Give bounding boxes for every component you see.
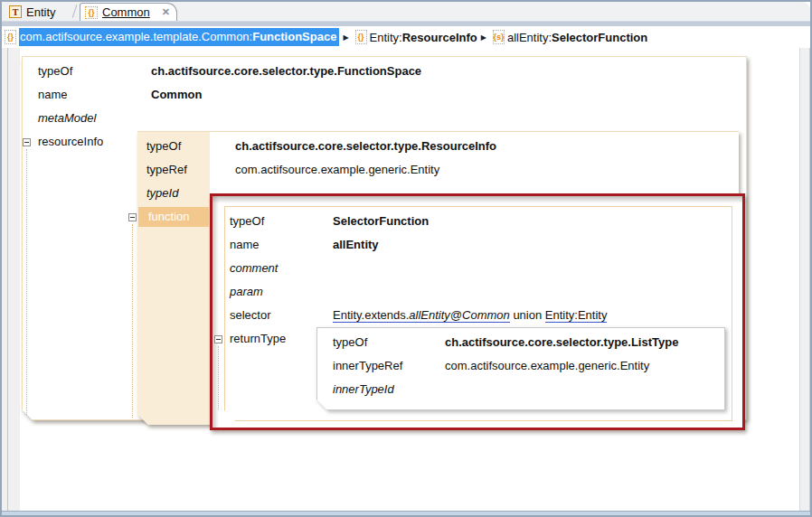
breadcrumb-item-functionspace[interactable]: com.actifsource.example.template.Common:…	[19, 28, 339, 46]
property-label-typeid[interactable]: typeId	[146, 182, 178, 205]
selector-icon: {s}	[493, 30, 505, 44]
property-value-selector[interactable]: Entity.extends.allEntity@Common union En…	[333, 304, 607, 327]
collapse-toggle-resourceinfo[interactable]	[23, 138, 31, 146]
breadcrumb-item-selectorfunction[interactable]: allEntity:SelectorFunction	[507, 31, 647, 44]
breadcrumb-text-bold: SelectorFunction	[552, 31, 647, 44]
braces-icon: {}	[355, 30, 367, 44]
property-label-innertyperef[interactable]: innerTypeRef	[333, 354, 402, 378]
tree-guide-line	[218, 346, 219, 409]
braces-icon: {}	[5, 30, 16, 44]
breadcrumb: {} com.actifsource.example.template.Comm…	[2, 26, 810, 49]
tab-entity-label: Entity	[26, 5, 56, 19]
selector-ref[interactable]: Entity.extends.	[333, 308, 409, 323]
actifsource-editor-window: T Entity {} Common ✕ {} com.actifsource.…	[0, 0, 812, 517]
property-label-function-selected[interactable]: function	[138, 207, 209, 227]
property-label-typeof[interactable]: typeOf	[38, 60, 72, 83]
property-value-typeof[interactable]: ch.actifsource.core.selector.type.ListTy…	[445, 331, 678, 354]
property-label-typeof[interactable]: typeOf	[146, 135, 181, 158]
breadcrumb-text: Entity:	[370, 31, 402, 44]
property-value-name[interactable]: Common	[151, 83, 202, 107]
property-value-name[interactable]: allEntity	[333, 233, 379, 257]
braces-icon: {}	[85, 6, 98, 19]
tree-guide-line	[132, 224, 133, 418]
selector-operator: union	[510, 308, 545, 322]
breadcrumb-text: allEntity:	[507, 31, 552, 44]
property-label-typeof[interactable]: typeOf	[333, 331, 367, 354]
inner-shadow-top	[212, 196, 742, 203]
vertical-scrollbar[interactable]	[799, 48, 810, 511]
property-value-typeref[interactable]: com.actifsource.example.generic.Entity	[235, 158, 439, 182]
tab-bar: T Entity {} Common ✕	[2, 2, 810, 22]
property-label-typeref[interactable]: typeRef	[146, 158, 187, 182]
property-label-name[interactable]: name	[38, 83, 68, 107]
property-value-innertyperef[interactable]: com.actifsource.example.generic.Entity	[445, 354, 649, 378]
property-value-typeof[interactable]: ch.actifsource.core.selector.type.Functi…	[151, 60, 421, 83]
editor-left-margin	[2, 48, 20, 511]
property-value-typeof[interactable]: ch.actifsource.core.selector.type.Resour…	[235, 135, 496, 158]
collapse-toggle-function[interactable]	[128, 213, 137, 221]
breadcrumb-text-bold: FunctionSpace	[252, 30, 336, 43]
property-label-typeof[interactable]: typeOf	[230, 210, 264, 233]
template-icon: T	[9, 5, 22, 18]
property-label-metamodel[interactable]: metaModel	[38, 107, 96, 130]
breadcrumb-text-bold: ResourceInfo	[402, 31, 477, 44]
tab-common-label: Common	[102, 5, 150, 19]
chevron-right-icon: ▶	[481, 33, 486, 42]
chevron-right-icon: ▶	[343, 33, 348, 42]
property-label-resourceinfo[interactable]: resourceInfo	[38, 130, 103, 154]
property-value-typeof[interactable]: SelectorFunction	[333, 210, 429, 233]
selector-ref[interactable]: allEntity@Common	[409, 308, 509, 323]
tree-guide-line	[26, 149, 27, 415]
breadcrumb-item-resourceinfo[interactable]: Entity:ResourceInfo	[370, 31, 477, 44]
property-label-param[interactable]: param	[230, 280, 263, 304]
breadcrumb-text: com.actifsource.example.template.Common:	[20, 30, 252, 43]
horizontal-scrollbar[interactable]	[2, 511, 810, 517]
property-label-name[interactable]: name	[230, 233, 260, 257]
property-label-selector[interactable]: selector	[230, 304, 271, 327]
collapse-toggle-returntype[interactable]	[214, 335, 222, 343]
property-label-innertypeid[interactable]: innerTypeId	[333, 378, 394, 401]
selector-ref[interactable]: Entity:Entity	[545, 308, 608, 323]
tab-common[interactable]: {} Common ✕	[80, 3, 177, 21]
close-icon[interactable]: ✕	[162, 6, 170, 18]
tab-entity[interactable]: T Entity	[5, 3, 80, 21]
property-label-comment[interactable]: comment	[230, 257, 278, 280]
property-label-returntype[interactable]: returnType	[230, 327, 286, 351]
